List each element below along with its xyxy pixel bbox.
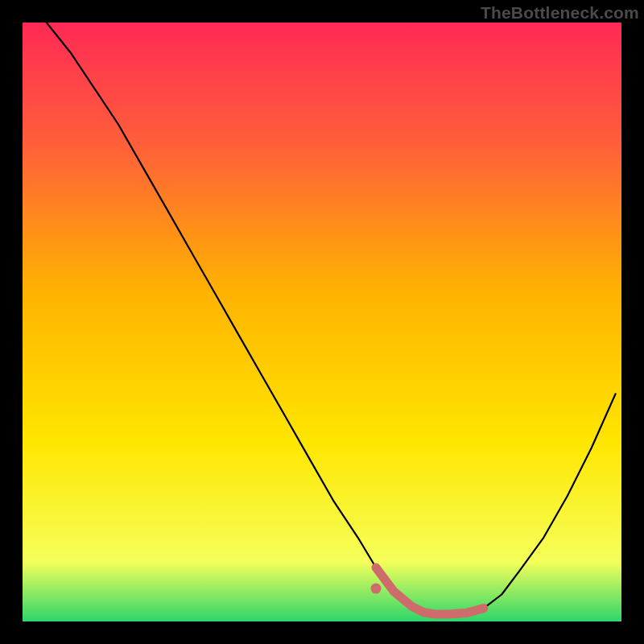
watermark-text: TheBottleneck.com bbox=[481, 3, 639, 23]
plot-area bbox=[23, 23, 621, 621]
chart-frame bbox=[23, 23, 621, 621]
highlight-segment bbox=[376, 568, 484, 614]
curve-layer bbox=[23, 23, 621, 621]
highlight-dot bbox=[371, 584, 382, 594]
bottleneck-curve bbox=[47, 23, 616, 614]
